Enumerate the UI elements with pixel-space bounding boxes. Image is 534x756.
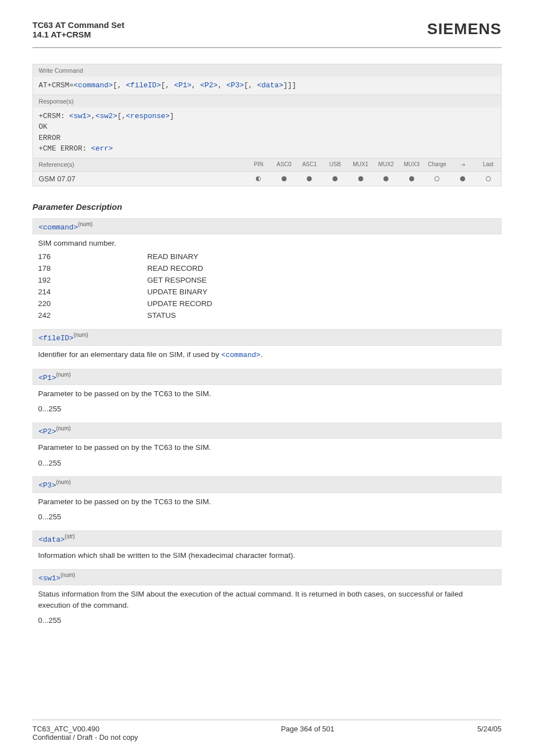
col-mux3: MUX3 — [399, 158, 425, 171]
param-desc-data: Information which shall be written to th… — [32, 547, 502, 562]
resp-error: ERROR — [39, 134, 60, 142]
section-title: 14.1 AT+CRSM — [32, 30, 124, 39]
cmd-code: 214 — [38, 288, 147, 296]
param-type-data: (str) — [65, 533, 75, 539]
fileid-command-link[interactable]: <command> — [221, 351, 260, 359]
table-row: 178READ RECORD — [38, 262, 496, 274]
dot-mux3 — [399, 172, 425, 185]
write-command-syntax: AT+CRSM=<command>[, <fileID>[, <P1>, <P2… — [33, 77, 501, 95]
param-type-p1: (num) — [56, 372, 71, 378]
cmd-code: 242 — [38, 311, 147, 320]
param-bar-p2: <P2>(num) — [32, 422, 502, 439]
half-circle-icon — [256, 176, 261, 181]
param-p1-link[interactable]: <P1> — [174, 81, 191, 90]
reference-data-row: GSM 07.07 — [33, 171, 501, 186]
parameter-description-heading: Parameter Description — [32, 202, 502, 212]
col-charge: Charge — [424, 158, 450, 171]
param-desc-sw1: Status information from the SIM about th… — [32, 585, 502, 612]
resp-sw2-link[interactable]: <sw2> — [95, 112, 117, 120]
resp-ok: OK — [39, 123, 48, 131]
resp-cme: +CME ERROR: — [39, 144, 91, 153]
cmd-label: READ RECORD — [147, 264, 496, 273]
command-box: Write Command AT+CRSM=<command>[, <fileI… — [32, 64, 502, 186]
header-left: TC63 AT Command Set 14.1 AT+CRSM — [32, 20, 124, 39]
doc-title: TC63 AT Command Set — [32, 20, 124, 30]
param-table-command: 176READ BINARY 178READ RECORD 192GET RES… — [32, 250, 502, 322]
table-row: 192GET RESPONSE — [38, 274, 496, 286]
cmd-code: 220 — [38, 299, 147, 308]
cmd-label: UPDATE RECORD — [147, 299, 496, 308]
col-mux2: MUX2 — [373, 158, 399, 171]
param-name-command: <command> — [39, 223, 78, 232]
cmd-label: GET RESPONSE — [147, 276, 496, 284]
fileid-desc-post: . — [260, 350, 263, 359]
dot-asc1 — [297, 172, 322, 185]
param-name-data: <data> — [39, 536, 65, 544]
param-type-p2: (num) — [56, 425, 71, 431]
param-bar-data: <data>(str) — [32, 530, 502, 547]
col-asc0: ASC0 — [271, 158, 297, 171]
footer-date: 5/24/05 — [477, 725, 502, 741]
param-command-link[interactable]: <command> — [73, 81, 113, 90]
param-range-p1: 0...255 — [32, 400, 502, 416]
col-asc1: ASC1 — [297, 158, 322, 171]
table-row: 242STATUS — [38, 309, 496, 321]
param-desc-p1: Parameter to be passed on by the TC63 to… — [32, 385, 502, 401]
responses-content: +CRSM: <sw1>,<sw2>[,<response>] OK ERROR… — [33, 107, 501, 158]
param-data-link[interactable]: <data> — [257, 81, 283, 90]
brand-logo: SIEMENS — [427, 20, 502, 38]
fileid-desc-pre: Identifier for an elementary data file o… — [38, 350, 221, 359]
col-pin: PIN — [246, 158, 271, 171]
cmd-label: STATUS — [147, 311, 496, 320]
param-name-fileid: <fileID> — [39, 335, 73, 343]
param-range-sw1: 0...255 — [32, 612, 502, 627]
cmd-label: READ BINARY — [147, 252, 496, 261]
dot-asc0 — [271, 172, 297, 185]
param-type-fileid: (num) — [73, 332, 88, 338]
param-name-sw1: <sw1> — [39, 574, 60, 583]
dot-usb — [322, 172, 348, 185]
dot-charge — [424, 172, 450, 185]
footer-left: TC63_ATC_V00.490 Confidential / Draft - … — [32, 725, 138, 741]
param-name-p1: <P1> — [39, 374, 56, 382]
param-desc-command: SIM command number. — [32, 234, 502, 250]
dot-mux2 — [373, 172, 399, 185]
reference-header-row: Reference(s) PIN ASC0 ASC1 USB MUX1 MUX2… — [33, 158, 501, 171]
dot-pin — [246, 172, 271, 185]
filled-circle-icon — [282, 176, 287, 181]
param-desc-fileid: Identifier for an elementary data file o… — [32, 346, 502, 362]
resp-crsm: +CRSM: — [39, 112, 69, 120]
resp-response-link[interactable]: <response> — [126, 112, 170, 120]
footer-page-number: Page 364 of 501 — [138, 725, 477, 741]
param-name-p3: <P3> — [39, 482, 56, 490]
resp-sw1-link[interactable]: <sw1> — [69, 112, 91, 120]
support-dots — [246, 172, 501, 186]
footer-version: TC63_ATC_V00.490 — [32, 725, 138, 733]
param-bar-command: <command>(num) — [32, 218, 502, 234]
param-desc-p2: Parameter to be passed on by the TC63 to… — [32, 439, 502, 454]
write-command-label: Write Command — [33, 64, 501, 77]
filled-circle-icon — [409, 176, 414, 181]
footer-confidential: Confidential / Draft - Do not copy — [32, 733, 138, 741]
cmd-code: 176 — [38, 252, 147, 261]
empty-circle-icon — [434, 176, 439, 181]
col-airplane: ➝ — [450, 158, 476, 171]
cmd-prefix: AT+CRSM= — [39, 81, 73, 90]
param-fileid-link[interactable]: <fileID> — [126, 81, 161, 90]
param-p3-link[interactable]: <P3> — [227, 81, 244, 90]
param-p2-link[interactable]: <P2> — [200, 81, 218, 90]
resp-err-link[interactable]: <err> — [91, 144, 113, 153]
cmd-code: 178 — [38, 264, 147, 273]
dot-mux1 — [348, 172, 373, 185]
filled-circle-icon — [383, 176, 388, 181]
param-bar-sw1: <sw1>(num) — [32, 569, 502, 585]
dot-airplane — [450, 172, 476, 185]
reference-value: GSM 07.07 — [33, 172, 246, 186]
filled-circle-icon — [332, 176, 338, 181]
param-name-p2: <P2> — [39, 428, 56, 436]
page: TC63 AT Command Set 14.1 AT+CRSM SIEMENS… — [0, 0, 534, 627]
responses-label: Response(s) — [33, 95, 501, 107]
param-range-p2: 0...255 — [32, 454, 502, 470]
cmd-label: UPDATE BINARY — [147, 288, 496, 296]
param-bar-fileid: <fileID>(num) — [32, 329, 502, 345]
